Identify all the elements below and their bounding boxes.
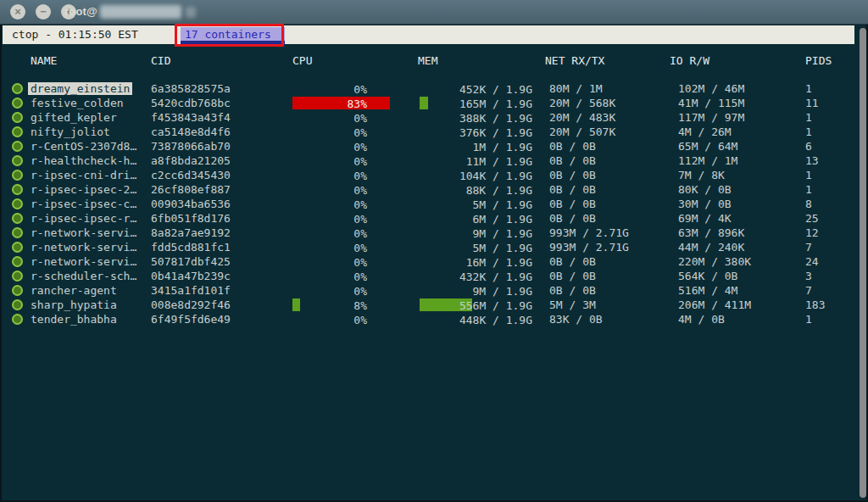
pids-count: 1 <box>805 82 812 95</box>
container-name: r-network-servi… <box>28 255 139 268</box>
mem-gauge: 5M / 1.9G <box>420 241 532 254</box>
cpu-percent: 0% <box>292 141 390 153</box>
container-row[interactable]: tender_bhabha6f49f5fd6e490%448K / 1.9G83… <box>0 312 868 326</box>
net-rx-tx: 0B / 0B <box>549 169 596 181</box>
net-rx-tx: 20M / 507K <box>549 126 615 138</box>
mem-usage: 5M / 1.9G <box>420 198 532 211</box>
cpu-gauge: 0% <box>292 226 390 239</box>
pids-count: 8 <box>805 198 812 210</box>
container-row[interactable]: r-scheduler-sch…0b41a47b239c0%432K / 1.9… <box>0 269 868 283</box>
container-row[interactable]: r-ipsec-ipsec-r…6fb051f8d1760%6M / 1.9G0… <box>0 211 868 226</box>
container-cid: 6a385828575a <box>151 82 231 95</box>
status-running-icon <box>12 242 23 253</box>
pids-count: 24 <box>805 255 819 268</box>
mem-usage: 448K / 1.9G <box>420 314 532 326</box>
cpu-gauge: 8% <box>292 298 390 311</box>
net-rx-tx: 0B / 0B <box>549 140 596 153</box>
mem-usage: 388K / 1.9G <box>420 112 532 125</box>
window-title: root@ <box>64 5 97 18</box>
redacted-hostname-tail <box>186 7 196 18</box>
container-row[interactable]: dreamy_einstein6a385828575a0%452K / 1.9G… <box>0 81 868 96</box>
mem-gauge: 448K / 1.9G <box>420 313 532 326</box>
cpu-percent: 8% <box>292 299 390 312</box>
status-running-icon <box>12 299 23 310</box>
cpu-gauge: 0% <box>292 212 390 225</box>
status-running-icon <box>12 170 23 181</box>
net-rx-tx: 0B / 0B <box>549 284 596 297</box>
cpu-gauge: 0% <box>292 255 390 268</box>
cpu-gauge: 0% <box>292 82 390 95</box>
cpu-percent: 0% <box>292 155 390 168</box>
net-rx-tx: 993M / 2.71G <box>549 226 629 239</box>
container-row[interactable]: r-ipsec-ipsec-2…26cf808ef8870%88K / 1.9G… <box>0 182 868 197</box>
mem-gauge: 6M / 1.9G <box>420 212 532 225</box>
mem-usage: 6M / 1.9G <box>420 213 532 226</box>
container-cid: 6fb051f8d176 <box>151 212 231 225</box>
scrollbar[interactable] <box>860 28 866 498</box>
mem-usage: 9M / 1.9G <box>420 285 532 298</box>
minimize-icon[interactable]: − <box>36 4 51 20</box>
container-row[interactable]: rancher-agent3415a1fd101f0%9M / 1.9G0B /… <box>0 283 868 298</box>
net-rx-tx: 5M / 3M <box>549 298 596 311</box>
status-running-icon <box>12 141 23 152</box>
io-rw: 4M / 0B <box>678 313 725 326</box>
table-header-row: NAME CID CPU MEM NET RX/TX IO R/W PIDS <box>0 54 868 69</box>
cpu-gauge: 83% <box>292 97 390 109</box>
container-row[interactable]: sharp_hypatia008e8d292f468%556M / 1.9G5M… <box>0 298 868 312</box>
mem-usage: 9M / 1.9G <box>420 227 532 240</box>
mem-gauge: 165M / 1.9G <box>420 97 532 109</box>
container-row[interactable]: r-CentOS-2307d8…73878066ab700%1M / 1.9G0… <box>0 139 868 153</box>
close-icon[interactable]: × <box>10 4 25 20</box>
container-row[interactable]: r-ipsec-ipsec-c…009034ba65360%5M / 1.9G0… <box>0 197 868 211</box>
mem-usage: 165M / 1.9G <box>420 98 532 110</box>
net-rx-tx: 993M / 2.71G <box>549 241 629 254</box>
net-rx-tx: 20M / 483K <box>549 111 615 124</box>
io-rw: 206M / 411M <box>678 298 751 311</box>
mem-gauge: 16M / 1.9G <box>420 255 532 268</box>
mem-gauge: 376K / 1.9G <box>420 126 532 138</box>
column-header-io: IO R/W <box>670 54 709 67</box>
mem-gauge: 5M / 1.9G <box>420 198 532 210</box>
mem-usage: 1M / 1.9G <box>420 141 532 153</box>
cpu-gauge: 0% <box>292 183 390 196</box>
io-rw: 564K / 0B <box>678 270 737 282</box>
container-name: r-ipsec-ipsec-c… <box>28 198 139 210</box>
net-rx-tx: 0B / 0B <box>549 270 596 282</box>
container-name: nifty_joliot <box>28 126 113 138</box>
cpu-gauge: 0% <box>292 111 390 124</box>
cpu-percent: 83% <box>292 98 390 110</box>
container-cid: 3415a1fd101f <box>151 284 231 297</box>
container-row[interactable]: r-network-servi…fdd5cd881fc10%5M / 1.9G9… <box>0 240 868 254</box>
net-rx-tx: 0B / 0B <box>549 212 596 225</box>
pids-count: 1 <box>805 111 812 124</box>
container-name: sharp_hypatia <box>28 298 120 311</box>
container-row[interactable]: r-network-servi…8a82a7ae91920%9M / 1.9G9… <box>0 226 868 240</box>
mem-gauge: 452K / 1.9G <box>420 82 532 95</box>
mem-gauge: 104K / 1.9G <box>420 169 532 181</box>
container-row[interactable]: r-network-servi…507817dbf4250%16M / 1.9G… <box>0 254 868 269</box>
redacted-hostname <box>100 5 181 19</box>
pids-count: 1 <box>805 313 812 326</box>
column-header-cpu: CPU <box>292 54 312 67</box>
container-name: r-ipsec-cni-dri… <box>28 169 139 181</box>
container-name: r-network-servi… <box>28 241 139 254</box>
io-rw: 7M / 8K <box>678 169 725 181</box>
io-rw: 220M / 380K <box>678 255 751 268</box>
container-row[interactable]: nifty_joliotca5148e8d4f60%376K / 1.9G20M… <box>0 125 868 139</box>
container-cid: ca5148e8d4f6 <box>151 126 231 138</box>
titlebar[interactable]: × − + root@ <box>0 0 868 25</box>
io-rw: 4M / 26M <box>678 126 732 138</box>
container-row[interactable]: r-healthcheck-h…a8f8bda212050%11M / 1.9G… <box>0 153 868 168</box>
status-running-icon <box>12 126 23 137</box>
container-row[interactable]: gifted_keplerf453843a43f40%388K / 1.9G20… <box>0 110 868 125</box>
column-header-pids: PIDS <box>805 54 832 67</box>
terminal-window: × − + root@ ctop - 01:15:50 EST 17 conta… <box>0 0 868 502</box>
container-row[interactable]: festive_colden5420cdb768bc83%165M / 1.9G… <box>0 96 868 110</box>
mem-gauge: 9M / 1.9G <box>420 226 532 239</box>
container-row[interactable]: r-ipsec-cni-dri…c2cc6d3454300%104K / 1.9… <box>0 168 868 182</box>
container-cid: a8f8bda21205 <box>151 154 231 167</box>
cpu-percent: 0% <box>292 83 390 96</box>
net-rx-tx: 0B / 0B <box>549 255 596 268</box>
pids-count: 1 <box>805 126 812 138</box>
pids-count: 1 <box>805 169 812 181</box>
